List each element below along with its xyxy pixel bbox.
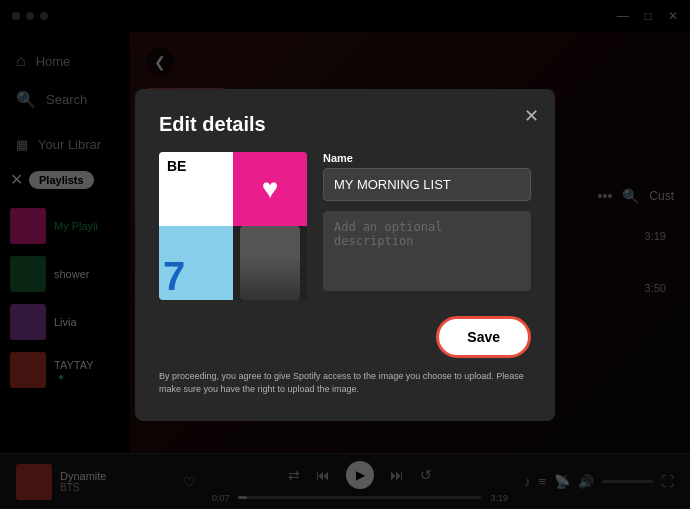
image-quadrant-3: 7 [159, 226, 233, 300]
name-field-group: Name [323, 152, 531, 201]
person-silhouette [240, 226, 300, 300]
image-quadrant-4 [233, 226, 307, 300]
name-field-label: Name [323, 152, 531, 164]
playlist-image-grid[interactable]: BE ♥ 7 [159, 152, 307, 300]
image-quadrant-2: ♥ [233, 152, 307, 226]
description-field-group [323, 211, 531, 295]
modal-body: BE ♥ 7 Name [159, 152, 531, 300]
seven-text: 7 [163, 256, 185, 296]
name-input[interactable] [323, 168, 531, 201]
modal-title: Edit details [159, 113, 531, 136]
save-button[interactable]: Save [436, 316, 531, 358]
edit-details-modal: Edit details ✕ BE ♥ 7 Na [135, 89, 555, 421]
image-quadrant-1: BE [159, 152, 233, 226]
modal-close-button[interactable]: ✕ [524, 105, 539, 127]
be-text: BE [167, 158, 186, 174]
modal-disclaimer: By proceeding, you agree to give Spotify… [159, 370, 531, 397]
heart-decoration: ♥ [262, 173, 279, 205]
modal-overlay: Edit details ✕ BE ♥ 7 Na [0, 0, 690, 509]
modal-fields: Name [323, 152, 531, 300]
description-textarea[interactable] [323, 211, 531, 291]
modal-footer: Save [159, 316, 531, 358]
